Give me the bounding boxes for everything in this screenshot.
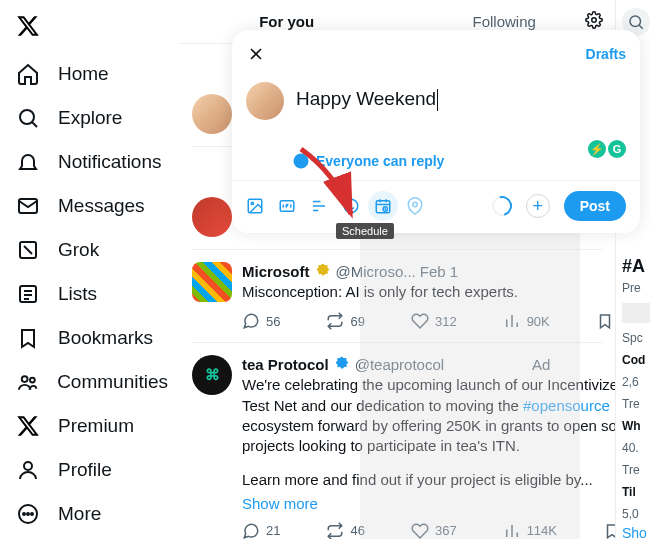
nav-notifications[interactable]: Notifications bbox=[4, 140, 180, 184]
drafts-button[interactable]: Drafts bbox=[586, 46, 626, 62]
svg-point-4 bbox=[22, 376, 28, 382]
schedule-icon[interactable] bbox=[368, 191, 398, 221]
verified-icon bbox=[314, 262, 332, 280]
nav-label: Bookmarks bbox=[58, 327, 153, 349]
bookmark-icon[interactable] bbox=[603, 522, 615, 540]
poll-icon[interactable] bbox=[310, 197, 328, 215]
tweet-author[interactable]: tea Protocol bbox=[242, 356, 329, 373]
nav-label: Premium bbox=[58, 415, 134, 437]
nav-premium[interactable]: Premium bbox=[4, 404, 180, 448]
svg-point-9 bbox=[27, 513, 29, 515]
nav-label: Messages bbox=[58, 195, 145, 217]
tweet-author[interactable]: Microsoft bbox=[242, 263, 310, 280]
svg-point-20 bbox=[413, 202, 418, 207]
reply-scope-button[interactable]: Everyone can reply bbox=[232, 124, 640, 180]
svg-point-0 bbox=[20, 110, 34, 124]
nav-label: Communities bbox=[57, 371, 168, 393]
svg-point-11 bbox=[592, 18, 597, 23]
svg-point-15 bbox=[251, 202, 253, 204]
grammarly-badge[interactable]: ⚡G bbox=[588, 140, 626, 158]
emoji-icon[interactable] bbox=[342, 197, 360, 215]
svg-point-8 bbox=[23, 513, 25, 515]
reply-button[interactable]: 56 bbox=[242, 312, 280, 330]
nav-messages[interactable]: Messages bbox=[4, 184, 180, 228]
post-button[interactable]: Post bbox=[564, 191, 626, 221]
nav-label: Profile bbox=[58, 459, 112, 481]
schedule-tooltip: Schedule bbox=[336, 223, 394, 239]
char-progress bbox=[488, 192, 515, 219]
settings-icon[interactable] bbox=[585, 11, 603, 32]
svg-point-17 bbox=[344, 199, 358, 213]
media-icon[interactable] bbox=[246, 197, 264, 215]
nav-label: Lists bbox=[58, 283, 97, 305]
gif-icon[interactable] bbox=[278, 197, 296, 215]
verified-icon bbox=[333, 355, 351, 373]
compose-input[interactable]: Happy Weekend bbox=[296, 82, 626, 120]
bookmark-icon[interactable] bbox=[596, 312, 614, 330]
reply-button[interactable]: 21 bbox=[242, 522, 280, 540]
nav-label: Notifications bbox=[58, 151, 162, 173]
avatar[interactable] bbox=[192, 94, 232, 134]
location-icon[interactable] bbox=[406, 197, 424, 215]
compose-modal: Drafts Happy Weekend ⚡G Everyone can rep… bbox=[232, 30, 640, 233]
svg-point-12 bbox=[630, 16, 641, 27]
svg-point-13 bbox=[294, 154, 309, 169]
svg-point-6 bbox=[24, 462, 32, 470]
nav-label: Explore bbox=[58, 107, 122, 129]
nav-bookmarks[interactable]: Bookmarks bbox=[4, 316, 180, 360]
nav-label: Grok bbox=[58, 239, 99, 261]
nav-explore[interactable]: Explore bbox=[4, 96, 180, 140]
nav-profile[interactable]: Profile bbox=[4, 448, 180, 492]
avatar[interactable] bbox=[192, 197, 232, 237]
svg-point-5 bbox=[30, 378, 35, 383]
nav-label: Home bbox=[58, 63, 109, 85]
avatar[interactable] bbox=[192, 262, 232, 302]
nav-communities[interactable]: Communities bbox=[4, 360, 180, 404]
avatar[interactable]: ⌘ bbox=[192, 355, 232, 395]
x-logo[interactable] bbox=[4, 4, 180, 52]
nav-label: More bbox=[58, 503, 101, 525]
add-thread-button[interactable]: + bbox=[526, 194, 550, 218]
compose-avatar[interactable] bbox=[246, 82, 284, 120]
nav-lists[interactable]: Lists bbox=[4, 272, 180, 316]
nav-grok[interactable]: Grok bbox=[4, 228, 180, 272]
nav-home[interactable]: Home bbox=[4, 52, 180, 96]
close-icon[interactable] bbox=[246, 44, 266, 64]
svg-point-10 bbox=[31, 513, 33, 515]
nav-more[interactable]: More bbox=[4, 492, 180, 536]
